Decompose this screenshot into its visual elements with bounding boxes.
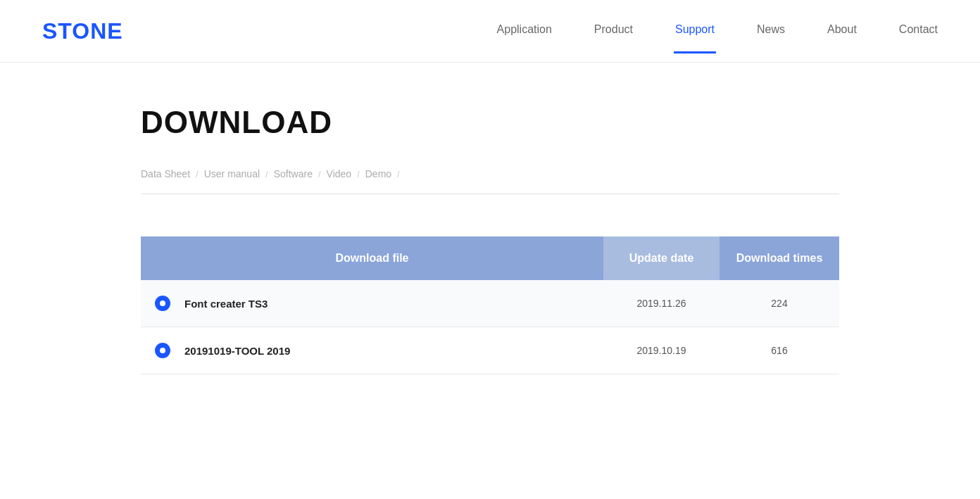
td-date-1: 2019.11.26 (603, 282, 720, 324)
td-times-1: 224 (720, 282, 839, 324)
table-row: 20191019-TOOL 2019 2019.10.19 616 (141, 327, 839, 374)
td-file-1: Font creater TS3 (141, 280, 603, 327)
nav-item-support[interactable]: Support (675, 23, 715, 39)
page-title: DOWNLOAD (141, 105, 839, 140)
nav-item-product[interactable]: Product (594, 23, 633, 39)
tab-data-sheet[interactable]: Data Sheet (141, 168, 190, 179)
file-name-1[interactable]: Font creater TS3 (184, 298, 268, 310)
col-header-date: Update date (603, 236, 720, 280)
tab-nav: Data Sheet / User manual / Software / Vi… (141, 168, 839, 179)
table-row: Font creater TS3 2019.11.26 224 (141, 280, 839, 327)
separator-3: / (318, 169, 321, 179)
nav: Application Product Support News About C… (497, 23, 938, 39)
tab-user-manual[interactable]: User manual (204, 168, 260, 179)
nav-item-contact[interactable]: Contact (899, 23, 938, 39)
tab-software[interactable]: Software (274, 168, 313, 179)
separator-4: / (357, 169, 360, 179)
nav-item-about[interactable]: About (827, 23, 857, 39)
download-table: Download file Update date Download times… (141, 236, 839, 374)
divider (141, 194, 839, 194)
td-date-2: 2019.10.19 (603, 329, 720, 372)
tab-video[interactable]: Video (327, 168, 352, 179)
separator-5: / (397, 169, 400, 179)
download-icon-2[interactable] (155, 343, 170, 358)
tab-demo[interactable]: Demo (365, 168, 391, 179)
separator-2: / (265, 169, 268, 179)
file-name-2[interactable]: 20191019-TOOL 2019 (184, 345, 290, 357)
header: STONE Application Product Support News A… (0, 0, 980, 63)
nav-item-news[interactable]: News (757, 23, 785, 39)
col-header-times: Download times (720, 236, 839, 280)
separator-1: / (196, 169, 199, 179)
td-times-2: 616 (720, 329, 839, 372)
table-header: Download file Update date Download times (141, 236, 839, 280)
logo[interactable]: STONE (42, 18, 123, 44)
td-file-2: 20191019-TOOL 2019 (141, 327, 603, 374)
main-content: DOWNLOAD Data Sheet / User manual / Soft… (0, 63, 980, 417)
nav-item-application[interactable]: Application (497, 23, 552, 39)
col-header-file: Download file (141, 236, 603, 280)
download-icon-1[interactable] (155, 296, 170, 311)
